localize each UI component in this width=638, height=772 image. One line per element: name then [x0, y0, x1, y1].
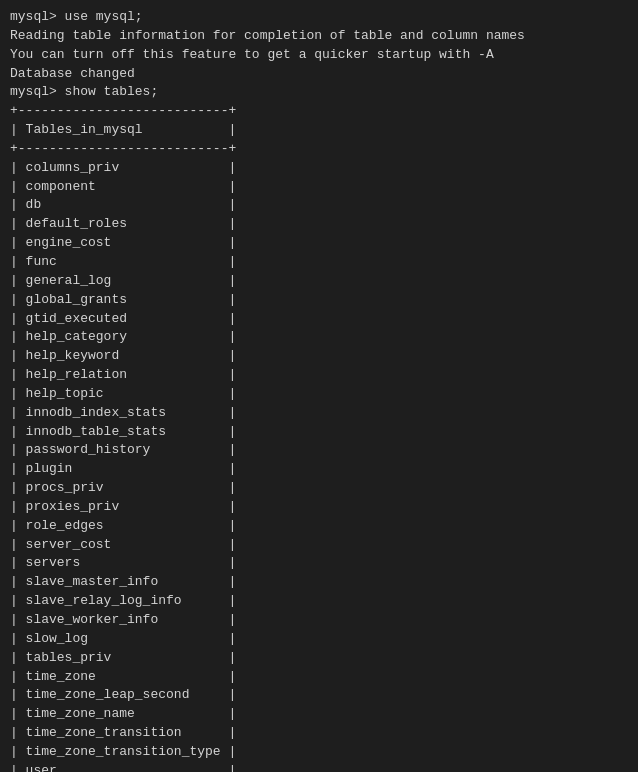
terminal-line: | time_zone_transition_type |: [10, 743, 628, 762]
output-area: mysql> use mysql;Reading table informati…: [10, 8, 628, 772]
terminal-line: | time_zone_leap_second |: [10, 686, 628, 705]
terminal-line: | global_grants |: [10, 291, 628, 310]
terminal-line: | server_cost |: [10, 536, 628, 555]
terminal-line: Database changed: [10, 65, 628, 84]
terminal-line: | user |: [10, 762, 628, 772]
terminal-line: | plugin |: [10, 460, 628, 479]
terminal-line: | time_zone_name |: [10, 705, 628, 724]
terminal-line: | tables_priv |: [10, 649, 628, 668]
terminal-line: | slave_relay_log_info |: [10, 592, 628, 611]
terminal-line: | role_edges |: [10, 517, 628, 536]
terminal-line: | columns_priv |: [10, 159, 628, 178]
terminal-line: | password_history |: [10, 441, 628, 460]
terminal: mysql> use mysql;Reading table informati…: [0, 0, 638, 772]
terminal-line: You can turn off this feature to get a q…: [10, 46, 628, 65]
terminal-line: | innodb_table_stats |: [10, 423, 628, 442]
terminal-line: | component |: [10, 178, 628, 197]
terminal-line: | help_topic |: [10, 385, 628, 404]
terminal-line: | help_keyword |: [10, 347, 628, 366]
terminal-line: | procs_priv |: [10, 479, 628, 498]
terminal-line: Reading table information for completion…: [10, 27, 628, 46]
terminal-line: | general_log |: [10, 272, 628, 291]
terminal-line: | default_roles |: [10, 215, 628, 234]
terminal-line: +---------------------------+: [10, 102, 628, 121]
terminal-line: | time_zone |: [10, 668, 628, 687]
terminal-line: | gtid_executed |: [10, 310, 628, 329]
terminal-line: | engine_cost |: [10, 234, 628, 253]
terminal-line: +---------------------------+: [10, 140, 628, 159]
terminal-line: | help_relation |: [10, 366, 628, 385]
terminal-line: | slave_master_info |: [10, 573, 628, 592]
terminal-line: | servers |: [10, 554, 628, 573]
terminal-line: | db |: [10, 196, 628, 215]
terminal-line: | slave_worker_info |: [10, 611, 628, 630]
terminal-line: | Tables_in_mysql |: [10, 121, 628, 140]
terminal-line: | slow_log |: [10, 630, 628, 649]
terminal-line: | time_zone_transition |: [10, 724, 628, 743]
terminal-line: | help_category |: [10, 328, 628, 347]
terminal-line: | proxies_priv |: [10, 498, 628, 517]
terminal-line: | func |: [10, 253, 628, 272]
terminal-line: mysql> show tables;: [10, 83, 628, 102]
terminal-line: mysql> use mysql;: [10, 8, 628, 27]
terminal-line: | innodb_index_stats |: [10, 404, 628, 423]
